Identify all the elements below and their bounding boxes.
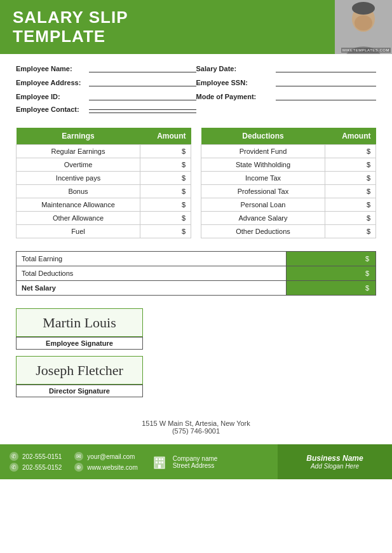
- deductions-row-name: Provident Fund: [201, 145, 325, 158]
- earnings-row: Bonus$: [17, 185, 191, 198]
- tables-section: Earnings Amount Regular Earnings$Overtim…: [0, 121, 392, 238]
- total-deductions-value: $: [286, 266, 376, 281]
- deductions-row-amount: $: [325, 225, 376, 238]
- earnings-row: Incentive pays$: [17, 172, 191, 185]
- phone2-icon: ✆: [10, 463, 18, 472]
- footer-business-block: Business Name Add Slogan Here: [278, 444, 392, 479]
- director-sig-box: Joseph Fletcher: [16, 356, 143, 385]
- earnings-row-amount: $: [140, 158, 191, 172]
- deductions-row-name: State Withholding: [201, 158, 325, 172]
- earnings-row: Other Allowance$: [17, 212, 191, 225]
- sal-date-row: Salary Date:: [196, 64, 377, 72]
- emp-name-line: [89, 64, 196, 72]
- deductions-row-name: Income Tax: [201, 172, 325, 185]
- deductions-header-amount: Amount: [325, 128, 376, 145]
- footer-phone1-item: ✆ 202-555-0151: [10, 452, 62, 461]
- emp-address-row: Employee Address:: [16, 78, 196, 86]
- footer-company-item: Company name Street Address: [153, 454, 218, 470]
- svg-rect-12: [158, 465, 161, 468]
- totals-table: Total Earning $ Total Deductions $ Net S…: [16, 251, 376, 296]
- earnings-row: Fuel$: [17, 225, 191, 238]
- total-earning-value: $: [286, 252, 376, 266]
- mode-payment-label: Mode of Payment:: [196, 93, 273, 100]
- earnings-row-name: Incentive pays: [17, 172, 140, 185]
- info-col-right: Salary Date: Employee SSN: Mode of Payme…: [196, 64, 377, 118]
- photo-watermark: MIKETEMPLATES.COM: [341, 48, 391, 53]
- earnings-row-amount: $: [140, 145, 191, 158]
- footer-email: your@email.com: [87, 453, 135, 460]
- deductions-row-name: Personal Loan: [201, 198, 325, 212]
- earnings-row-name: Overtime: [17, 158, 140, 172]
- deductions-row-name: Advance Salary: [201, 212, 325, 225]
- mode-payment-row: Mode of Payment:: [196, 92, 377, 100]
- header: SALARY SLIP TEMPLATE MIKETEMPLATES.COM: [0, 0, 392, 54]
- deductions-table-wrap: Deductions Amount Provident Fund$State W…: [201, 128, 376, 238]
- emp-address-line: [89, 78, 196, 86]
- deductions-row: Income Tax$: [201, 172, 376, 185]
- footer-website-item: ⊕ www.website.com: [74, 463, 137, 472]
- deductions-row-amount: $: [325, 145, 376, 158]
- emp-contact-line1: [89, 109, 196, 110]
- deductions-row: State Withholding$: [201, 158, 376, 172]
- business-name: Business Name: [306, 454, 363, 463]
- deductions-row-amount: $: [325, 172, 376, 185]
- net-salary-value: $: [286, 281, 376, 296]
- emp-id-row: Employee ID:: [16, 92, 196, 100]
- footer-company-info: Company name Street Address: [153, 454, 218, 470]
- deductions-row: Provident Fund$: [201, 145, 376, 158]
- svg-rect-7: [159, 458, 161, 460]
- earnings-header-amount: Amount: [140, 128, 191, 145]
- header-title: SALARY SLIP TEMPLATE: [13, 8, 128, 46]
- totals-section: Total Earning $ Total Deductions $ Net S…: [0, 238, 392, 299]
- earnings-row: Overtime$: [17, 158, 191, 172]
- earnings-row-amount: $: [140, 212, 191, 225]
- footer-company-block: Company name Street Address: [153, 454, 218, 470]
- svg-point-4: [355, 15, 372, 31]
- employee-sig-text: Martin Louis: [43, 315, 116, 331]
- earnings-row-amount: $: [140, 225, 191, 238]
- emp-ssn-row: Employee SSN:: [196, 78, 377, 86]
- footer-phone: (575) 746-9001: [16, 427, 376, 435]
- earnings-row-amount: $: [140, 185, 191, 198]
- footer-street: 1515 W Main St, Artesia, New York: [16, 420, 376, 427]
- footer-phone1: 202-555-0151: [22, 453, 62, 460]
- deductions-row: Advance Salary$: [201, 212, 376, 225]
- earnings-table-wrap: Earnings Amount Regular Earnings$Overtim…: [16, 128, 191, 238]
- footer-phone2: 202-555-0152: [22, 464, 62, 471]
- footer-company-street: Street Address: [173, 462, 218, 469]
- deductions-row-amount: $: [325, 198, 376, 212]
- footer-contact-phones: ✆ 202-555-0151 ✆ 202-555-0152: [10, 452, 62, 472]
- footer-email-item: ✉ your@email.com: [74, 452, 137, 461]
- earnings-header-name: Earnings: [17, 128, 140, 145]
- deductions-row-name: Professional Tax: [201, 185, 325, 198]
- svg-rect-9: [156, 461, 158, 463]
- deductions-table: Deductions Amount Provident Fund$State W…: [201, 128, 376, 238]
- employee-info-section: Employee Name: Employee Address: Employe…: [0, 54, 392, 121]
- email-icon: ✉: [74, 452, 83, 461]
- footer-company-name: Company name: [173, 455, 218, 462]
- employee-sig-label: Employee Signature: [16, 337, 143, 350]
- emp-address-label: Employee Address:: [16, 79, 86, 86]
- deductions-row: Personal Loan$: [201, 198, 376, 212]
- earnings-row-name: Other Allowance: [17, 212, 140, 225]
- emp-name-row: Employee Name:: [16, 64, 196, 72]
- earnings-row: Regular Earnings$: [17, 145, 191, 158]
- earnings-row: Maintenance Allowance$: [17, 198, 191, 212]
- emp-contact-label: Employee Contact:: [16, 106, 86, 113]
- total-deductions-label: Total Deductions: [17, 266, 287, 281]
- business-slogan: Add Slogan Here: [311, 463, 359, 470]
- deductions-row-amount: $: [325, 212, 376, 225]
- deductions-row: Professional Tax$: [201, 185, 376, 198]
- emp-id-line: [89, 92, 196, 100]
- earnings-table: Earnings Amount Regular Earnings$Overtim…: [16, 128, 191, 238]
- svg-point-3: [352, 2, 375, 15]
- total-deductions-row: Total Deductions $: [17, 266, 376, 281]
- emp-ssn-line: [276, 78, 377, 86]
- web-icon: ⊕: [74, 463, 83, 472]
- header-photo: MIKETEMPLATES.COM: [335, 0, 392, 54]
- emp-name-label: Employee Name:: [16, 65, 86, 72]
- mode-payment-line: [276, 92, 377, 100]
- footer-contact-email: ✉ your@email.com ⊕ www.website.com: [74, 452, 137, 472]
- svg-rect-8: [161, 458, 163, 460]
- director-sig-label: Director Signature: [16, 385, 143, 397]
